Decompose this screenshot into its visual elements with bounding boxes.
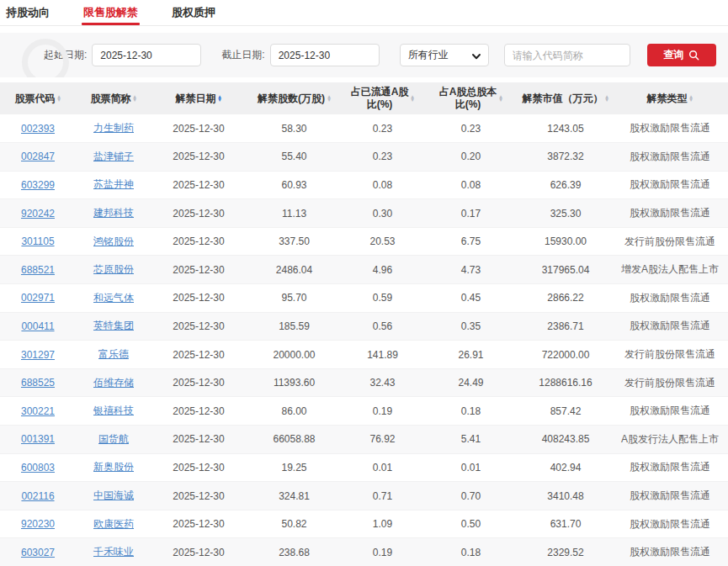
stock-name-link[interactable]: 盐津铺子 xyxy=(93,151,134,162)
sort-icon[interactable]: ▴▾ xyxy=(134,95,137,101)
table-row: 301105鸿铭股份2025-12-30337.5020.536.7515930… xyxy=(0,227,728,256)
tab-1[interactable]: 限售股解禁 xyxy=(82,0,140,25)
stock-name-cell: 新奥股份 xyxy=(76,453,151,482)
search-button[interactable]: 查询 xyxy=(647,44,716,66)
stock-code-link[interactable]: 300221 xyxy=(21,405,55,417)
unlock-date-cell: 2025-12-30 xyxy=(151,341,246,369)
column-header-6[interactable]: 解禁市值（万元）▴▾ xyxy=(519,82,612,114)
unlock-type-cell: 增发A股法人配售上市 xyxy=(612,256,728,284)
unlock-value-cell: 402.94 xyxy=(519,453,612,482)
unlock-type-cell: 股权激励限售流通 xyxy=(612,199,728,228)
stock-code-link[interactable]: 001391 xyxy=(21,433,55,445)
unlock-type-cell: 股权激励限售流通 xyxy=(612,143,728,172)
pct-total-cell: 4.73 xyxy=(422,256,519,284)
stock-name-link[interactable]: 芯原股份 xyxy=(93,263,134,275)
stock-name-link[interactable]: 力生制药 xyxy=(93,122,134,134)
sort-icon[interactable]: ▴▾ xyxy=(606,95,609,101)
pct-total-cell: 0.17 xyxy=(422,199,519,228)
stock-name-link[interactable]: 富乐德 xyxy=(98,348,129,360)
stock-name-link[interactable]: 银禧科技 xyxy=(93,405,134,416)
sort-icon[interactable]: ▴▾ xyxy=(219,95,222,101)
column-header-7[interactable]: 解禁类型▴▾ xyxy=(612,82,728,114)
table-row: 603027千禾味业2025-12-30238.680.190.182329.5… xyxy=(0,538,728,566)
column-header-2[interactable]: 解禁日期▴▾ xyxy=(151,82,246,114)
stock-code-link[interactable]: 688525 xyxy=(21,377,55,389)
start-date-input[interactable] xyxy=(92,44,201,66)
stock-name-cell: 盐津铺子 xyxy=(76,143,151,172)
stock-code-link[interactable]: 600803 xyxy=(21,462,55,473)
end-date-input[interactable] xyxy=(270,44,380,66)
unlock-shares-cell: 11.13 xyxy=(246,199,343,228)
column-header-5[interactable]: 占A股总股本 比(%)▴▾ xyxy=(422,82,519,114)
stock-code-link[interactable]: 603027 xyxy=(21,547,55,558)
pct-float-cell: 0.59 xyxy=(343,284,422,313)
unlock-shares-cell: 60.93 xyxy=(246,171,343,199)
stock-code-link[interactable]: 002847 xyxy=(21,151,55,162)
stock-name-link[interactable]: 英特集团 xyxy=(93,320,134,331)
unlock-shares-cell: 58.30 xyxy=(246,114,343,143)
stock-name-cell: 英特集团 xyxy=(76,312,151,341)
unlock-date-cell: 2025-12-30 xyxy=(151,397,246,426)
table-header: 股票代码▴▾股票简称▴▾解禁日期▴▾解禁股数(万股)▴▾占已流通A股 比(%)▴… xyxy=(0,82,728,114)
unlock-date-cell: 2025-12-30 xyxy=(151,171,246,199)
stock-name-link[interactable]: 苏盐井神 xyxy=(93,178,134,190)
stock-name-link[interactable]: 欧康医药 xyxy=(93,518,134,530)
stock-code-cell: 920230 xyxy=(0,510,76,538)
stock-code-link[interactable]: 000411 xyxy=(21,320,54,332)
stock-code-link[interactable]: 002971 xyxy=(21,292,55,304)
stock-code-link[interactable]: 688521 xyxy=(21,264,55,276)
stock-code-link[interactable]: 920230 xyxy=(21,518,55,530)
stock-code-link[interactable]: 301105 xyxy=(21,235,54,247)
column-label: 解禁类型 xyxy=(646,93,687,105)
tab-0[interactable]: 持股动向 xyxy=(4,0,51,25)
stock-name-link[interactable]: 建邦科技 xyxy=(93,207,134,219)
stock-code-link[interactable]: 002116 xyxy=(21,490,54,502)
sort-icon[interactable]: ▴▾ xyxy=(58,95,61,101)
sort-icon[interactable]: ▴▾ xyxy=(500,95,503,101)
stock-code-link[interactable]: 920242 xyxy=(21,208,55,220)
pct-float-cell: 32.43 xyxy=(343,368,422,397)
stock-code-link[interactable]: 603299 xyxy=(21,179,55,191)
stock-name-link[interactable]: 中国海诚 xyxy=(93,489,134,501)
stock-name-cell: 银禧科技 xyxy=(76,397,151,426)
unlock-value-cell: 3410.48 xyxy=(519,482,612,510)
industry-select[interactable]: 所有行业 xyxy=(400,44,489,66)
column-header-1[interactable]: 股票简称▴▾ xyxy=(76,82,151,114)
pct-float-cell: 1.09 xyxy=(343,510,422,538)
column-header-3[interactable]: 解禁股数(万股)▴▾ xyxy=(246,82,343,114)
unlock-type-cell: 发行前股份限售流通 xyxy=(612,341,728,369)
column-header-0[interactable]: 股票代码▴▾ xyxy=(0,82,76,114)
stock-name-link[interactable]: 佰维存储 xyxy=(93,377,134,389)
pct-float-cell: 0.08 xyxy=(343,171,422,199)
search-button-label: 查询 xyxy=(663,48,683,62)
sort-icon[interactable]: ▴▾ xyxy=(690,95,693,101)
stock-name-link[interactable]: 和远气体 xyxy=(93,292,134,304)
table-row: 301297富乐德2025-12-3020000.00141.8926.9172… xyxy=(0,341,728,369)
unlock-type-cell: A股发行法人配售上市 xyxy=(612,426,728,454)
unlock-date-cell: 2025-12-30 xyxy=(151,227,246,256)
unlock-shares-cell: 86.00 xyxy=(246,397,343,426)
column-label: 股票简称 xyxy=(90,93,130,105)
pct-total-cell: 0.23 xyxy=(422,114,519,143)
stock-code-link[interactable]: 002393 xyxy=(21,123,55,135)
unlock-date-cell: 2025-12-30 xyxy=(151,284,246,313)
unlock-date-cell: 2025-12-30 xyxy=(151,368,246,397)
stock-code-link[interactable]: 301297 xyxy=(21,349,55,361)
stock-name-link[interactable]: 千禾味业 xyxy=(93,546,134,558)
unlock-date-cell: 2025-12-30 xyxy=(151,426,246,454)
unlock-value-cell: 631.70 xyxy=(519,510,612,538)
stock-name-link[interactable]: 新奥股份 xyxy=(93,461,134,473)
sort-icon[interactable]: ▴▾ xyxy=(327,95,331,101)
stock-name-link[interactable]: 国货航 xyxy=(98,433,129,445)
code-search-input[interactable] xyxy=(504,44,630,66)
unlock-date-cell: 2025-12-30 xyxy=(151,312,246,341)
stock-name-cell: 欧康医药 xyxy=(76,510,151,538)
stock-name-cell: 和远气体 xyxy=(76,284,151,313)
column-header-4[interactable]: 占已流通A股 比(%)▴▾ xyxy=(343,82,422,114)
tab-2[interactable]: 股权质押 xyxy=(170,0,217,25)
stock-name-link[interactable]: 鸿铭股份 xyxy=(93,235,134,247)
sort-icon[interactable]: ▴▾ xyxy=(412,95,415,101)
unlock-shares-cell: 55.40 xyxy=(246,143,343,172)
stock-code-cell: 603027 xyxy=(0,538,76,566)
unlock-date-cell: 2025-12-30 xyxy=(151,538,246,566)
